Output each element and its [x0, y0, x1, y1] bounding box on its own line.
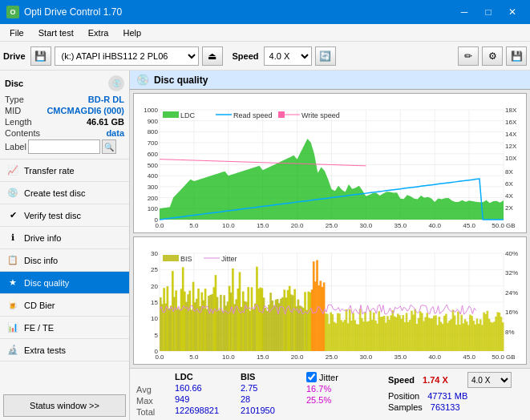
nav-extra-tests-label: Extra tests — [24, 345, 66, 355]
speed-info-select[interactable]: 4.0 X — [467, 372, 512, 388]
avg-label: Avg — [136, 385, 165, 394]
jitter-check[interactable]: Jitter — [306, 372, 362, 382]
nav-fe-te-label: FE / TE — [24, 323, 54, 333]
refresh-button[interactable]: 🔄 — [315, 46, 336, 66]
speed-select[interactable]: 4.0 X — [264, 46, 312, 66]
speed-info-label: Speed — [388, 375, 415, 385]
nav-disc-quality-label: Disc quality — [24, 278, 69, 288]
disc-quality-title: Disc quality — [154, 75, 208, 86]
ldc-max: 949 — [175, 394, 231, 404]
disc-section-title: Disc — [5, 79, 23, 88]
position-val: 47731 MB — [427, 391, 467, 401]
nav-verify-test-disc[interactable]: ✔ Verify test disc — [0, 204, 129, 227]
speed-info-val: 1.74 X — [423, 375, 463, 385]
jitter-checkbox[interactable] — [306, 372, 317, 382]
extra-tests-icon: 🔬 — [6, 344, 19, 357]
toolbar: Drive 💾 (k:) ATAPI iHBS112 2 PL06 ⏏ Spee… — [0, 42, 530, 71]
menu-starttest[interactable]: Start test — [32, 25, 80, 41]
mid-label: MID — [5, 106, 21, 115]
chart2-container — [133, 236, 527, 365]
nav-cd-bier-label: CD Bier — [24, 301, 55, 310]
close-button[interactable]: ✕ — [501, 3, 524, 21]
menubar: File Start test Extra Help — [0, 24, 530, 42]
nav-disc-info-label: Disc info — [24, 256, 58, 265]
type-label: Type — [5, 95, 24, 104]
samples-val: 763133 — [431, 402, 460, 412]
position-label: Position — [388, 391, 419, 401]
menu-help[interactable]: Help — [116, 25, 148, 41]
drive-icon-btn[interactable]: 💾 — [30, 46, 51, 66]
verify-test-disc-icon: ✔ — [6, 209, 19, 222]
nav-transfer-rate-label: Transfer rate — [24, 166, 75, 176]
chart2-canvas — [134, 237, 526, 364]
jitter-avg: 16.7% — [306, 384, 362, 394]
app-title: Opti Drive Control 1.70 — [24, 6, 122, 18]
nav-drive-info[interactable]: ℹ Drive info — [0, 227, 129, 249]
bis-avg: 2.75 — [241, 383, 281, 393]
status-window-button[interactable]: Status window >> — [3, 394, 126, 417]
settings-button[interactable]: ⚙ — [482, 46, 503, 66]
nav-transfer-rate[interactable]: 📈 Transfer rate — [0, 160, 129, 182]
chart1-canvas — [134, 94, 526, 232]
nav-items: 📈 Transfer rate 💿 Create test disc ✔ Ver… — [0, 160, 129, 391]
label-label: Label — [5, 142, 26, 151]
disc-icon: 💿 — [108, 75, 124, 91]
content-area: 💿 Disc quality Avg Max — [130, 71, 530, 420]
length-label: Length — [5, 117, 32, 127]
nav-fe-te[interactable]: 📊 FE / TE — [0, 317, 129, 339]
jitter-label: Jitter — [319, 373, 338, 382]
drive-info-icon: ℹ — [6, 232, 19, 244]
disc-quality-header: 💿 Disc quality — [130, 71, 530, 90]
length-value: 46.61 GB — [87, 117, 124, 127]
stats-col-labels: Avg Max Total — [136, 372, 165, 417]
menu-file[interactable]: File — [3, 25, 30, 41]
type-value: BD-R DL — [88, 95, 124, 104]
ldc-avg: 160.66 — [175, 383, 231, 393]
bis-max: 28 — [241, 394, 281, 404]
stats-col-jitter: Jitter 16.7% 25.5% — [306, 372, 362, 417]
stats-col-ldc: LDC 160.66 949 122698821 — [175, 372, 231, 417]
cd-bier-icon: 🍺 — [6, 299, 19, 312]
label-input[interactable] — [28, 139, 100, 154]
titlebar: O Opti Drive Control 1.70 ─ □ ✕ — [0, 0, 530, 24]
disc-info-panel: Disc 💿 Type BD-R DL MID CMCMAGDI6 (000) … — [0, 71, 129, 160]
transfer-rate-icon: 📈 — [6, 164, 19, 177]
speed-label: Speed — [233, 51, 259, 61]
fe-te-icon: 📊 — [6, 321, 19, 334]
stats-col-bis: BIS 2.75 28 2101950 — [241, 372, 281, 417]
disc-info-icon: 📋 — [6, 254, 19, 267]
nav-disc-info[interactable]: 📋 Disc info — [0, 249, 129, 272]
nav-disc-quality[interactable]: ★ Disc quality — [0, 272, 129, 294]
ldc-header: LDC — [175, 372, 231, 382]
stats-area: Avg Max Total LDC 160.66 949 122698821 B… — [130, 368, 530, 420]
drive-select[interactable]: (k:) ATAPI iHBS112 2 PL06 — [55, 46, 199, 66]
save-button[interactable]: 💾 — [506, 46, 527, 66]
charts-area — [130, 90, 530, 368]
app-icon: O — [6, 6, 19, 18]
nav-cd-bier[interactable]: 🍺 CD Bier — [0, 294, 129, 317]
main-area: Disc 💿 Type BD-R DL MID CMCMAGDI6 (000) … — [0, 71, 530, 420]
chart1-container — [133, 93, 527, 233]
nav-create-test-disc-label: Create test disc — [24, 188, 85, 198]
max-label: Max — [136, 396, 165, 406]
nav-verify-test-disc-label: Verify test disc — [24, 211, 81, 220]
edit-button[interactable]: ✏ — [458, 46, 479, 66]
jitter-max: 25.5% — [306, 395, 362, 405]
maximize-button[interactable]: □ — [477, 3, 500, 21]
minimize-button[interactable]: ─ — [453, 3, 475, 21]
disc-quality-icon: ★ — [6, 277, 19, 289]
menu-extra[interactable]: Extra — [82, 25, 115, 41]
nav-create-test-disc[interactable]: 💿 Create test disc — [0, 182, 129, 204]
label-edit-btn[interactable]: 🔍 — [102, 139, 116, 154]
mid-value: CMCMAGDI6 (000) — [47, 106, 124, 115]
eject-button[interactable]: ⏏ — [202, 46, 223, 66]
bis-total: 2101950 — [241, 406, 281, 415]
nav-extra-tests[interactable]: 🔬 Extra tests — [0, 339, 129, 361]
ldc-total: 122698821 — [175, 406, 231, 415]
drive-label: Drive — [3, 51, 26, 61]
stats-col-speed: Speed 1.74 X 4.0 X Position 47731 MB Sam… — [388, 372, 512, 417]
create-test-disc-icon: 💿 — [6, 187, 19, 200]
contents-value: data — [106, 128, 124, 138]
samples-label: Samples — [388, 402, 423, 412]
disc-quality-header-icon: 💿 — [136, 74, 149, 86]
